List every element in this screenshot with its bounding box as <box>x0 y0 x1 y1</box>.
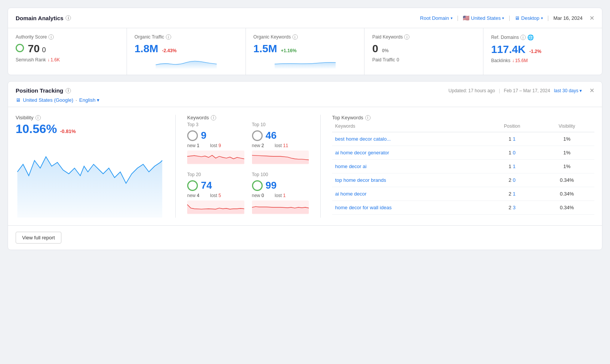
top20-cell: Top 20 74 new 4 lost 5 <box>187 172 244 214</box>
organic-keywords-chart <box>254 57 357 69</box>
top-keywords-table: Keywords Position Visibility best home d… <box>332 122 594 215</box>
position-tracking-title: Position Tracking i <box>16 87 71 94</box>
top20-new: 4 <box>197 193 207 198</box>
ref-domains-value: 117.4K -1.2% <box>491 43 594 56</box>
period-selector[interactable]: last 30 days ▾ <box>554 88 582 93</box>
visibility-label-text: Visibility <box>16 115 34 120</box>
pk-info-icon[interactable]: i <box>404 34 409 40</box>
col-position: Position <box>485 122 539 132</box>
top3-lost: 9 <box>218 143 229 148</box>
topkw-info-icon[interactable]: i <box>365 115 371 120</box>
top-keywords-panel: Top Keywords i Keywords Position Visibil… <box>321 115 594 218</box>
top100-new: 0 <box>262 193 272 198</box>
position-previous: 1 <box>513 164 515 169</box>
position-previous: 1 <box>513 136 515 142</box>
paid-traffic-label: Paid Traffic <box>372 57 395 63</box>
backlinks-number: 15.6M <box>515 58 528 63</box>
organic-traffic-metric: Organic Traffic i 1.8M -2.43% <box>127 28 246 75</box>
arrow-down-icon: ↓ <box>512 58 514 63</box>
vis-change: -0.81% <box>60 128 76 134</box>
close-icon[interactable]: ✕ <box>589 14 594 22</box>
desktop-small-icon: 🖥 <box>16 97 21 103</box>
da-controls: Root Domain ▾ | 🇺🇸 United States ▾ | 🖥 D… <box>417 13 594 22</box>
keyword-link[interactable]: top home decor brands <box>335 177 386 183</box>
device-label: Desktop <box>521 15 539 21</box>
keyword-link[interactable]: ai home decor generator <box>335 150 389 156</box>
organic-keywords-label: Organic Keywords i <box>254 34 357 40</box>
top3-chart <box>187 151 244 164</box>
top10-lost: 11 <box>283 143 294 148</box>
top10-new: 2 <box>262 143 272 148</box>
table-row: ai home decor generator 1 0 1% <box>332 146 594 160</box>
country-label: United States <box>471 15 501 21</box>
top3-newlost: new 1 lost 9 <box>187 143 244 148</box>
position-previous: 1 <box>513 191 515 197</box>
organic-keywords-metric: Organic Keywords i 1.5M +1.16% <box>246 28 365 75</box>
view-full-report-button[interactable]: View full report <box>16 232 61 244</box>
ok-change: +1.16% <box>281 48 297 53</box>
position-current: 1 <box>509 164 511 169</box>
table-row: home decor for wall ideas 2 3 0.34% <box>332 201 594 215</box>
authority-circle-icon <box>16 44 24 52</box>
keywords-label-text: Keywords <box>187 115 209 120</box>
keyword-link[interactable]: home decor for wall ideas <box>335 205 392 210</box>
top100-label: Top 100 <box>252 172 309 177</box>
authority-score-text: Authority Score <box>16 34 47 40</box>
da-info-icon[interactable]: i <box>66 15 71 21</box>
top10-circle-icon <box>252 130 263 141</box>
semrush-rank: Semrush Rank ↓ 1.6K <box>16 57 119 63</box>
top3-new: 1 <box>197 143 207 148</box>
pt-body: Visibility i 10.56% -0.81% <box>8 107 602 225</box>
vis-info-icon[interactable]: i <box>35 115 41 120</box>
table-row: best home decor catalo... 1 1 1% <box>332 132 594 146</box>
keywords-panel: Keywords i Top 3 9 new 1 lost 9 <box>176 115 321 218</box>
keywords-label: Keywords i <box>187 115 309 120</box>
da-metrics: Authority Score i 70 0 Semrush Rank ↓ 1.… <box>8 28 602 75</box>
chevron-down-icon: ▾ <box>541 16 543 20</box>
position-current: 2 <box>509 205 511 210</box>
top3-val-row: 9 <box>187 130 244 141</box>
organic-keywords-value: 1.5M +1.16% <box>254 43 357 55</box>
top20-lost: 5 <box>218 193 229 198</box>
pt-info-icon[interactable]: i <box>66 88 71 93</box>
chevron-down-icon: ▾ <box>451 16 453 20</box>
rd-info-icon[interactable]: i <box>520 35 526 40</box>
top10-label: Top 10 <box>252 122 309 127</box>
keyword-link[interactable]: best home decor catalo... <box>335 136 391 142</box>
kw-info-icon[interactable]: i <box>211 115 216 120</box>
position-tracking-card: Position Tracking i Updated: 17 hours ag… <box>8 81 602 250</box>
table-row: top home decor brands 2 0 0.34% <box>332 173 594 187</box>
backlinks-value: ↓ 15.6M <box>512 58 528 63</box>
vis-number: 10.56% <box>16 122 57 136</box>
root-domain-btn[interactable]: Root Domain ▾ <box>417 14 456 22</box>
position-previous: 3 <box>513 205 515 210</box>
visibility-value: 1% <box>539 132 594 146</box>
as-info-icon[interactable]: i <box>48 34 54 40</box>
semrush-rank-value: ↓ 1.6K <box>47 57 60 63</box>
device-btn[interactable]: 🖥 Desktop ▾ <box>512 14 546 22</box>
ot-change: -2.43% <box>162 48 177 53</box>
ok-label-text: Organic Keywords <box>254 34 291 40</box>
as-number: 70 <box>28 43 40 55</box>
language-btn[interactable]: English ▾ <box>79 97 100 103</box>
organic-traffic-value: 1.8M -2.43% <box>135 43 238 55</box>
ok-number: 1.5M <box>254 43 277 55</box>
location-link[interactable]: United States (Google) <box>23 97 73 103</box>
visibility-value: 0.34% <box>539 187 594 201</box>
keyword-link[interactable]: home decor ai <box>335 164 366 169</box>
ref-domains-metric: Ref. Domains i 🌐 117.4K -1.2% Backlinks … <box>483 28 602 75</box>
pk-number: 0 <box>372 43 378 55</box>
close-icon[interactable]: ✕ <box>589 87 594 94</box>
top100-newlost: new 0 lost 1 <box>252 193 309 198</box>
top100-number: 99 <box>266 180 277 191</box>
visibility-panel: Visibility i 10.56% -0.81% <box>16 115 176 218</box>
ot-info-icon[interactable]: i <box>166 34 171 40</box>
keyword-link[interactable]: ai home decor <box>335 191 366 197</box>
ok-info-icon[interactable]: i <box>292 34 298 40</box>
as-suffix: 0 <box>42 46 46 54</box>
visibility-chart <box>16 141 164 218</box>
language-text: English <box>79 97 96 103</box>
organic-traffic-label: Organic Traffic i <box>135 34 238 40</box>
country-btn[interactable]: 🇺🇸 United States ▾ <box>460 13 507 22</box>
position-current: 1 <box>509 136 511 142</box>
